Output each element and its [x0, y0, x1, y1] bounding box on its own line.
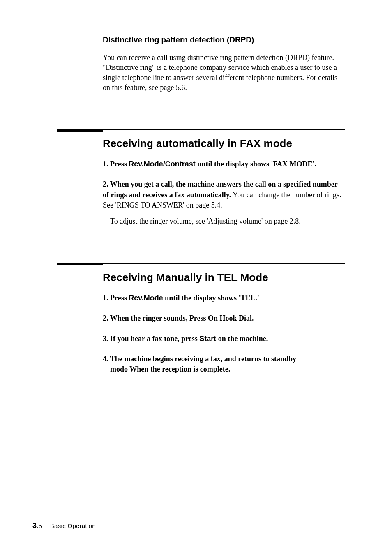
tel-step-2: 2. When the ringer sounds, Press On Hook… — [103, 313, 345, 323]
footer-label: Basic Operation — [50, 522, 96, 529]
page-content: Distinctive ring pattern detection (DRPD… — [0, 0, 392, 374]
divider-thick-bar-2 — [57, 263, 103, 265]
tel-step1-suffix: until the display shows 'TEL.' — [163, 294, 259, 302]
tel-step4-line2: modo When the reception is complete. — [103, 365, 230, 373]
tel-step3-bold: Start — [199, 335, 216, 343]
tel-step1-bold: Rcv.Mode — [129, 294, 163, 302]
tel-step3-prefix: 3. If you hear a fax tone, press — [103, 335, 199, 343]
tel-step-1: 1. Press Rcv.Mode until the display show… — [103, 293, 345, 303]
drpd-section: Distinctive ring pattern detection (DRPD… — [103, 35, 345, 92]
tel-step-3: 3. If you hear a fax tone, press Start o… — [103, 334, 345, 344]
fax-step-2: 2. When you get a call, the machine answ… — [103, 179, 345, 226]
fax-step2-sub: To adjust the ringer volume, see 'Adjust… — [103, 216, 345, 226]
fax-step1-bold: Rcv.Mode/Contrast — [129, 160, 196, 168]
fax-mode-steps: 1. Press Rcv.Mode/Contrast until the dis… — [103, 159, 345, 226]
page-footer: 3.6 Basic Operation — [32, 522, 96, 530]
divider-thin-line — [103, 129, 345, 130]
divider-thick-bar — [57, 129, 103, 132]
tel-mode-heading: Receiving Manually in TEL Mode — [103, 271, 345, 284]
tel-mode-steps: 1. Press Rcv.Mode until the display show… — [103, 293, 345, 374]
fax-mode-heading: Receiving automatically in FAX mode — [103, 137, 345, 150]
section-divider — [57, 129, 345, 132]
page-number-major: 3 — [32, 522, 37, 530]
tel-step4-line1: 4. The machine begins receiving a fax, a… — [103, 355, 296, 363]
fax-step1-suffix: until the display shows 'FAX MODE'. — [196, 160, 316, 168]
fax-step1-prefix: 1. Press — [103, 160, 129, 168]
page-number-minor: .6 — [37, 522, 42, 530]
divider-thin-line-2 — [103, 263, 345, 264]
tel-step-4: 4. The machine begins receiving a fax, a… — [103, 354, 345, 374]
drpd-body: You can receive a call using distinctive… — [103, 53, 345, 92]
tel-step3-suffix: on the machine. — [216, 335, 268, 343]
tel-step1-prefix: 1. Press — [103, 294, 129, 302]
section-divider-2 — [57, 263, 345, 265]
fax-step-1: 1. Press Rcv.Mode/Contrast until the dis… — [103, 159, 345, 169]
drpd-heading: Distinctive ring pattern detection (DRPD… — [103, 35, 345, 44]
